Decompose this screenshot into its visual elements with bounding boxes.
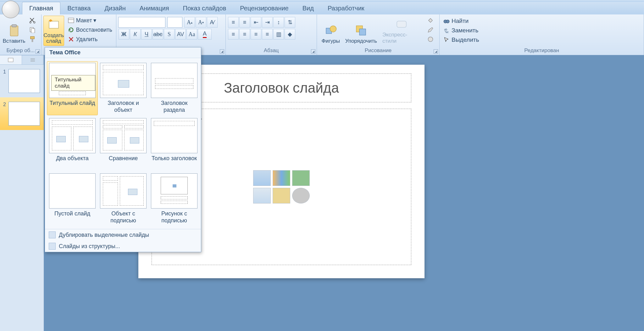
arrange-button[interactable]: Упорядочить [343,16,380,46]
layout-two-content[interactable]: Два объекта [47,117,98,171]
drawing-launcher[interactable]: ◢ [434,49,438,54]
layout-title-content[interactable]: Заголовок и объект [98,61,149,115]
slides-tab[interactable] [0,55,22,64]
insert-media-icon[interactable] [292,188,310,203]
quick-styles-button[interactable]: Экспресс-стили [380,16,424,46]
layout-picture-caption[interactable]: Рисунок с подписью [149,172,200,226]
duplicate-slides-item[interactable]: Дублировать выделенные слайды [45,229,201,241]
layout-section-header[interactable]: Заголовок раздела [149,61,200,115]
layout-label: Заголовок и объект [100,100,147,114]
insert-smartart-icon[interactable] [292,170,310,186]
layout-content-caption[interactable]: Объект с подписью [98,172,149,226]
new-slide-icon [47,19,60,31]
copy-button[interactable] [27,25,39,35]
grow-font-button[interactable]: A▴ [184,17,195,28]
insert-table-icon[interactable] [253,170,271,186]
shape-effects-button[interactable] [425,35,437,44]
shape-outline-button[interactable] [425,25,437,35]
tab-slideshow[interactable]: Показ слайдов [176,2,233,14]
svg-rect-6 [31,36,35,39]
convert-smartart-button[interactable]: ◆ [285,29,295,40]
thumb-preview [8,69,40,93]
numbering-button[interactable]: ≡ [239,17,250,28]
tab-review[interactable]: Рецензирование [233,2,295,14]
paragraph-launcher[interactable]: ◢ [311,49,315,54]
insert-picture-icon[interactable] [253,188,271,203]
layout-title-only[interactable]: Только заголовок [149,117,200,171]
brush-icon [29,36,36,42]
paste-button[interactable]: Вставить [2,16,26,46]
delete-button[interactable]: Удалить [66,35,114,44]
slide-thumb-1[interactable]: 1 [0,65,44,97]
font-launcher[interactable]: ◢ [220,49,224,54]
tab-animation[interactable]: Анимация [133,2,176,14]
bucket-icon [427,17,434,24]
svg-rect-0 [10,26,18,36]
select-button[interactable]: Выделить [441,35,481,45]
pen-icon [427,27,434,33]
replace-button[interactable]: abac Заменить [441,26,480,35]
insert-clipart-icon[interactable] [273,188,290,203]
shadow-button[interactable]: S [164,29,175,40]
numbering-icon: ≡ [243,19,247,26]
shape-fill-button[interactable] [425,16,437,25]
clear-format-button[interactable]: A⁄ [207,17,218,28]
reset-button[interactable]: Восстановить [66,25,114,35]
layout-label: Титульный слайд [49,100,95,114]
shapes-button[interactable]: Фигуры [319,16,343,46]
change-case-button[interactable]: Aa [186,29,197,40]
svg-rect-7 [32,39,33,42]
underline-button[interactable]: Ч [141,29,152,40]
svg-rect-1 [12,24,16,27]
font-color-button[interactable]: A [198,29,212,40]
format-painter-button[interactable] [27,35,39,44]
font-name-combo[interactable] [118,17,165,28]
align-right-button[interactable]: ≡ [251,29,261,40]
svg-point-16 [428,37,433,42]
shrink-font-button[interactable]: A▾ [196,17,206,28]
line-spacing-button[interactable]: ↕ [273,17,284,28]
tab-developer[interactable]: Разработчик [321,2,371,14]
replace-icon: abac [443,27,450,34]
cut-button[interactable] [27,16,39,25]
slides-from-outline-item[interactable]: Слайды из структуры... [45,241,201,252]
align-center-button[interactable]: ≡ [239,29,250,40]
decrease-indent-button[interactable]: ⇤ [251,17,261,28]
text-direction-button[interactable]: ⇅ [285,17,295,28]
columns-button[interactable]: ▥ [273,29,284,40]
outdent-icon: ⇤ [254,19,258,26]
font-size-combo[interactable] [167,17,182,28]
bullets-button[interactable]: ≡ [228,17,239,28]
strike-button[interactable]: abc [153,29,163,40]
layout-comparison[interactable]: Сравнение [98,117,149,171]
italic-button[interactable]: К [130,29,141,40]
new-slide-button[interactable]: Создать слайд [43,16,64,46]
layout-title-slide[interactable]: Титульный слайд Титульный слайд [47,61,98,115]
shapes-icon [325,24,337,37]
layout-icon [68,17,74,24]
tab-insert[interactable]: Вставка [60,2,97,14]
find-button[interactable]: Найти [441,16,470,26]
tab-home[interactable]: Главная [22,2,60,14]
outline-tab[interactable] [22,55,44,64]
insert-chart-icon[interactable] [273,170,290,186]
layout-blank[interactable]: Пустой слайд [47,172,98,226]
tab-design[interactable]: Дизайн [97,2,132,14]
char-spacing-button[interactable]: AV [175,29,186,40]
layout-label: Макет [76,17,92,24]
clipboard-launcher[interactable]: ◢ [36,49,40,54]
bold-button[interactable]: Ж [119,29,129,40]
tab-view[interactable]: Вид [296,2,321,14]
justify-button[interactable]: ≡ [262,29,273,40]
replace-label: Заменить [452,27,478,34]
align-left-button[interactable]: ≡ [228,29,239,40]
char-spacing-icon: AV [177,31,184,38]
from-outline-label: Слайды из структуры... [59,243,120,250]
svg-rect-8 [49,21,58,28]
office-button[interactable] [2,1,19,18]
layout-button[interactable]: Макет▾ [66,16,114,25]
outline-icon [49,243,56,250]
slide-thumb-2[interactable]: 2 [0,97,44,130]
increase-indent-button[interactable]: ⇥ [262,17,273,28]
cursor-icon [443,37,450,43]
